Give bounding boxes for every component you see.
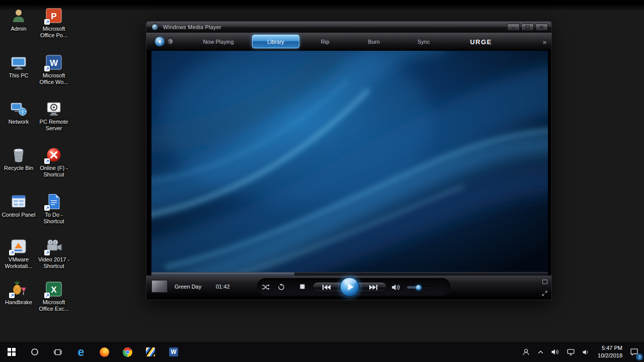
volume-slider[interactable] [407,286,432,289]
desktop-icon-vmware[interactable]: VMware Workstati... [1,237,36,269]
svg-text:P: P [51,12,56,21]
taskbar-clock[interactable]: 5:47 PM 10/2/2018 [594,344,626,359]
close-button[interactable] [535,24,548,31]
play-button[interactable] [340,277,360,297]
excel-icon: X [44,280,63,298]
clock-date: 10/2/2018 [598,352,622,359]
vmware-icon [9,237,28,255]
desktop-icon-network[interactable]: Network [1,100,36,125]
shuffle-button[interactable] [262,284,270,290]
desktop-icon-label: PC Remote Server [36,119,71,132]
desktop-icon-control-panel[interactable]: Control Panel [1,193,36,218]
desktop-icon-online-shortcut[interactable]: Online (F) - Shortcut [36,146,71,178]
people-icon[interactable] [518,342,534,362]
user-icon [9,7,28,25]
control-panel-icon [9,193,28,211]
repeat-button[interactable] [278,284,285,291]
desktop-icon-video-shortcut[interactable]: Video 2017 - Shortcut [36,237,71,269]
start-button[interactable] [0,342,23,362]
document-icon [44,193,63,211]
album-art [151,280,168,293]
handbrake-icon [9,280,28,298]
desktop-icon-label: Microsoft Office Wo... [36,72,71,85]
wmp-logo-icon[interactable] [151,24,158,31]
desktop-icon-this-pc[interactable]: This PC [1,53,36,79]
desktop-icon-label: This PC [9,72,28,79]
search-icon[interactable] [23,342,46,362]
computer-icon [9,53,28,71]
volume-thumb[interactable] [416,285,421,290]
tab-overflow-chevron[interactable]: » [543,33,546,51]
powerpoint-icon: P [44,7,63,25]
clock-time: 5:47 PM [598,344,622,352]
shortcut-arrow-icon [44,19,50,25]
tab-sync[interactable]: Sync [412,33,436,51]
system-tray: 5:47 PM 10/2/2018 3 [518,342,644,362]
window-title: Windows Media Player [163,24,221,30]
network-icon[interactable] [563,342,579,362]
tab-burn[interactable]: Burn [362,33,385,51]
wmp-tabbar: Now Playing Library Rip Burn Sync URGE » [146,33,551,51]
desktop-icon-todo-shortcut[interactable]: To Do - Shortcut [36,193,71,225]
stop-button[interactable] [300,284,305,289]
recycle-bin-icon [9,146,28,164]
playback-controls: Green Day 01:42 [146,276,551,300]
word-taskbar-icon[interactable]: W [162,342,185,362]
desktop-icon-powerpoint[interactable]: P Microsoft Office Po... [36,7,71,39]
shortcut-arrow-icon [9,250,15,255]
back-button[interactable] [154,36,165,47]
shortcut-arrow-icon [9,293,15,298]
previous-button[interactable] [323,285,331,290]
minimize-button[interactable] [507,24,520,31]
desktop-icon-label: Recycle Bin [4,165,33,171]
tab-rip[interactable]: Rip [315,33,336,51]
fullscreen-icon[interactable] [542,289,547,298]
sound-icon[interactable] [579,342,594,362]
desktop-icon-excel[interactable]: X Microsoft Office Exc... [36,280,71,312]
remote-server-icon [44,100,63,118]
desktop-icon-label: Network [9,119,29,125]
tab-library[interactable]: Library [252,35,299,48]
compact-mode-icon[interactable] [542,277,547,286]
desktop-icon-label: To Do - Shortcut [36,212,71,225]
firefox-icon[interactable] [93,342,116,362]
desktop-icon-handbrake[interactable]: Handbrake [1,280,36,306]
desktop-icon-pc-remote-server[interactable]: PC Remote Server [36,100,71,132]
word-icon: W [44,53,63,71]
desktop-icon-word[interactable]: W Microsoft Office Wo... [36,53,71,85]
next-button[interactable] [369,285,378,290]
striped-app-icon[interactable] [139,342,162,362]
svg-text:X: X [51,285,57,295]
wmp-window: Windows Media Player Now Playing [146,21,552,300]
desktop-icon-label: VMware Workstati... [1,256,36,269]
shortcut-arrow-icon [44,205,50,211]
desktop-icon-recycle-bin[interactable]: Recycle Bin [1,146,36,171]
desktop-icon-label: Video 2017 - Shortcut [36,256,71,269]
chevron-up-icon[interactable] [534,342,547,362]
desktop-icon-label: Admin [11,26,26,32]
mute-button[interactable] [392,284,400,291]
camcorder-icon [44,237,63,255]
svg-text:W: W [50,58,58,68]
desktop-icon-label: Microsoft Office Exc... [36,299,71,312]
shortcut-arrow-icon [44,158,50,164]
volume-icon[interactable] [547,342,563,362]
desktop-icon-admin[interactable]: Admin [1,7,36,32]
maximize-button[interactable] [521,24,534,31]
elapsed-time: 01:42 [216,284,230,290]
visualization-area[interactable] [151,51,548,272]
wmp-titlebar[interactable]: Windows Media Player [146,22,551,33]
desktop-icon-label: Microsoft Office Po... [36,26,71,39]
chrome-icon[interactable] [116,342,139,362]
tab-urge[interactable]: URGE [464,33,498,51]
task-view-button[interactable] [46,342,69,362]
forward-button[interactable] [167,38,175,45]
taskbar: e W [0,342,644,362]
desktop-icon-label: Control Panel [2,212,36,218]
seek-bar[interactable] [151,272,548,276]
tab-now-playing[interactable]: Now Playing [197,33,239,51]
network-globe-icon [9,100,28,118]
desktop-icon-label: Handbrake [5,299,32,306]
edge-icon[interactable]: e [69,342,93,362]
notification-center-icon[interactable]: 3 [626,342,644,362]
